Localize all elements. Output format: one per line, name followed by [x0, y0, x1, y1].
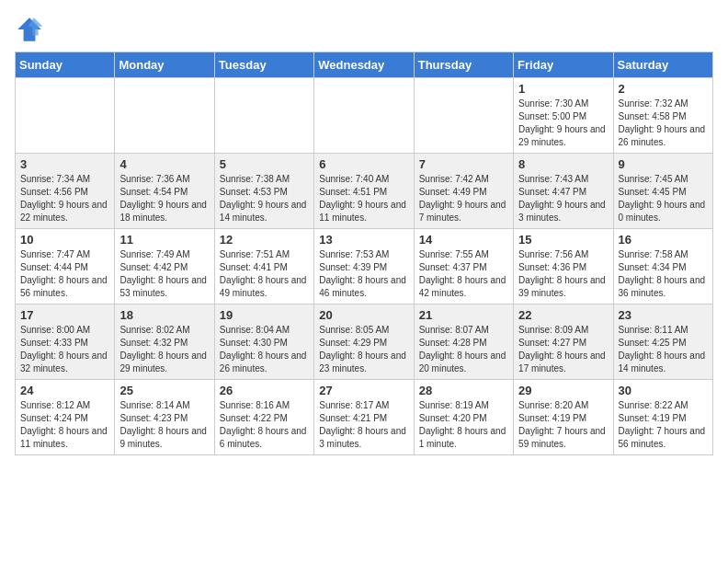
- calendar-day-header: Monday: [115, 52, 214, 78]
- day-info: Sunrise: 8:19 AM Sunset: 4:20 PM Dayligh…: [419, 399, 508, 451]
- day-info: Sunrise: 7:51 AM Sunset: 4:41 PM Dayligh…: [220, 248, 309, 300]
- calendar-day-cell: 28Sunrise: 8:19 AM Sunset: 4:20 PM Dayli…: [414, 380, 513, 455]
- calendar-day-cell: 3Sunrise: 7:34 AM Sunset: 4:56 PM Daylig…: [16, 154, 115, 229]
- day-number: 16: [619, 233, 708, 247]
- day-number: 26: [220, 384, 309, 397]
- day-info: Sunrise: 7:40 AM Sunset: 4:51 PM Dayligh…: [319, 173, 408, 224]
- calendar-day-cell: 8Sunrise: 7:43 AM Sunset: 4:47 PM Daylig…: [514, 154, 613, 229]
- calendar-day-cell: 25Sunrise: 8:14 AM Sunset: 4:23 PM Dayli…: [115, 380, 214, 455]
- day-info: Sunrise: 8:14 AM Sunset: 4:23 PM Dayligh…: [119, 399, 209, 451]
- calendar-day-header: Saturday: [613, 52, 712, 78]
- day-number: 2: [619, 82, 708, 96]
- calendar-day-cell: 22Sunrise: 8:09 AM Sunset: 4:27 PM Dayli…: [514, 304, 613, 380]
- day-number: 4: [119, 157, 209, 171]
- day-number: 23: [619, 308, 708, 322]
- day-info: Sunrise: 7:32 AM Sunset: 4:58 PM Dayligh…: [619, 98, 708, 149]
- calendar-day-cell: 30Sunrise: 8:22 AM Sunset: 4:19 PM Dayli…: [613, 380, 712, 455]
- day-info: Sunrise: 7:38 AM Sunset: 4:53 PM Dayligh…: [220, 173, 309, 224]
- page-header: [15, 15, 713, 44]
- calendar-day-cell: [214, 78, 313, 154]
- calendar-day-cell: 19Sunrise: 8:04 AM Sunset: 4:30 PM Dayli…: [214, 304, 313, 380]
- logo-icon: [15, 15, 44, 44]
- calendar-day-cell: 9Sunrise: 7:45 AM Sunset: 4:45 PM Daylig…: [613, 154, 712, 229]
- day-number: 3: [20, 157, 109, 171]
- day-number: 18: [119, 308, 209, 322]
- day-number: 29: [518, 384, 608, 397]
- day-number: 10: [20, 233, 109, 247]
- calendar-day-cell: 26Sunrise: 8:16 AM Sunset: 4:22 PM Dayli…: [214, 380, 313, 455]
- calendar-day-cell: [115, 78, 214, 154]
- day-number: 17: [20, 308, 109, 322]
- calendar-day-cell: 2Sunrise: 7:32 AM Sunset: 4:58 PM Daylig…: [613, 78, 712, 154]
- calendar-day-cell: 5Sunrise: 7:38 AM Sunset: 4:53 PM Daylig…: [214, 154, 313, 229]
- day-info: Sunrise: 8:05 AM Sunset: 4:29 PM Dayligh…: [319, 324, 408, 375]
- day-number: 8: [518, 157, 608, 171]
- calendar-day-cell: 14Sunrise: 7:55 AM Sunset: 4:37 PM Dayli…: [414, 229, 513, 304]
- calendar-day-cell: 17Sunrise: 8:00 AM Sunset: 4:33 PM Dayli…: [16, 304, 115, 380]
- day-number: 28: [419, 384, 508, 397]
- day-number: 12: [220, 233, 309, 247]
- day-info: Sunrise: 7:56 AM Sunset: 4:36 PM Dayligh…: [518, 248, 608, 300]
- day-info: Sunrise: 8:07 AM Sunset: 4:28 PM Dayligh…: [419, 324, 508, 375]
- calendar-day-cell: 27Sunrise: 8:17 AM Sunset: 4:21 PM Dayli…: [314, 380, 414, 455]
- day-info: Sunrise: 7:43 AM Sunset: 4:47 PM Dayligh…: [518, 173, 608, 224]
- day-info: Sunrise: 8:16 AM Sunset: 4:22 PM Dayligh…: [220, 399, 309, 451]
- day-number: 15: [518, 233, 608, 247]
- day-info: Sunrise: 7:58 AM Sunset: 4:34 PM Dayligh…: [619, 248, 708, 300]
- day-info: Sunrise: 8:20 AM Sunset: 4:19 PM Dayligh…: [518, 399, 608, 451]
- day-number: 27: [319, 384, 408, 397]
- calendar-week-row: 24Sunrise: 8:12 AM Sunset: 4:24 PM Dayli…: [16, 380, 713, 455]
- calendar-day-cell: [414, 78, 513, 154]
- calendar-day-header: Friday: [514, 52, 613, 78]
- day-number: 7: [419, 157, 508, 171]
- day-info: Sunrise: 7:49 AM Sunset: 4:42 PM Dayligh…: [119, 248, 209, 300]
- day-info: Sunrise: 7:55 AM Sunset: 4:37 PM Dayligh…: [419, 248, 508, 300]
- calendar-week-row: 17Sunrise: 8:00 AM Sunset: 4:33 PM Dayli…: [16, 304, 713, 380]
- calendar-day-cell: 16Sunrise: 7:58 AM Sunset: 4:34 PM Dayli…: [613, 229, 712, 304]
- calendar-day-cell: 21Sunrise: 8:07 AM Sunset: 4:28 PM Dayli…: [414, 304, 513, 380]
- calendar-day-cell: 15Sunrise: 7:56 AM Sunset: 4:36 PM Dayli…: [514, 229, 613, 304]
- calendar-day-cell: 10Sunrise: 7:47 AM Sunset: 4:44 PM Dayli…: [16, 229, 115, 304]
- calendar-day-cell: [16, 78, 115, 154]
- calendar-week-row: 1Sunrise: 7:30 AM Sunset: 5:00 PM Daylig…: [16, 78, 713, 154]
- calendar-day-cell: 18Sunrise: 8:02 AM Sunset: 4:32 PM Dayli…: [115, 304, 214, 380]
- day-number: 20: [319, 308, 408, 322]
- day-number: 13: [319, 233, 408, 247]
- calendar-header-row: SundayMondayTuesdayWednesdayThursdayFrid…: [16, 52, 713, 78]
- day-info: Sunrise: 8:22 AM Sunset: 4:19 PM Dayligh…: [619, 399, 708, 451]
- calendar-day-cell: 29Sunrise: 8:20 AM Sunset: 4:19 PM Dayli…: [514, 380, 613, 455]
- calendar-day-header: Tuesday: [214, 52, 313, 78]
- day-info: Sunrise: 7:36 AM Sunset: 4:54 PM Dayligh…: [119, 173, 209, 224]
- logo: [15, 15, 48, 44]
- day-info: Sunrise: 8:02 AM Sunset: 4:32 PM Dayligh…: [119, 324, 209, 375]
- calendar-day-cell: 6Sunrise: 7:40 AM Sunset: 4:51 PM Daylig…: [314, 154, 414, 229]
- calendar-day-cell: [314, 78, 414, 154]
- day-info: Sunrise: 7:42 AM Sunset: 4:49 PM Dayligh…: [419, 173, 508, 224]
- calendar-day-header: Thursday: [414, 52, 513, 78]
- calendar-day-cell: 1Sunrise: 7:30 AM Sunset: 5:00 PM Daylig…: [514, 78, 613, 154]
- calendar-day-cell: 12Sunrise: 7:51 AM Sunset: 4:41 PM Dayli…: [214, 229, 313, 304]
- day-number: 30: [619, 384, 708, 397]
- day-number: 19: [220, 308, 309, 322]
- calendar-day-cell: 11Sunrise: 7:49 AM Sunset: 4:42 PM Dayli…: [115, 229, 214, 304]
- calendar-day-cell: 24Sunrise: 8:12 AM Sunset: 4:24 PM Dayli…: [16, 380, 115, 455]
- day-info: Sunrise: 7:34 AM Sunset: 4:56 PM Dayligh…: [20, 173, 109, 224]
- day-number: 1: [518, 82, 608, 96]
- day-number: 11: [119, 233, 209, 247]
- day-info: Sunrise: 8:09 AM Sunset: 4:27 PM Dayligh…: [518, 324, 608, 375]
- day-number: 22: [518, 308, 608, 322]
- day-number: 14: [419, 233, 508, 247]
- calendar-table: SundayMondayTuesdayWednesdayThursdayFrid…: [15, 52, 713, 455]
- day-info: Sunrise: 7:53 AM Sunset: 4:39 PM Dayligh…: [319, 248, 408, 300]
- day-info: Sunrise: 8:12 AM Sunset: 4:24 PM Dayligh…: [20, 399, 109, 451]
- day-number: 6: [319, 157, 408, 171]
- day-info: Sunrise: 7:47 AM Sunset: 4:44 PM Dayligh…: [20, 248, 109, 300]
- day-number: 24: [20, 384, 109, 397]
- day-info: Sunrise: 8:00 AM Sunset: 4:33 PM Dayligh…: [20, 324, 109, 375]
- day-number: 25: [119, 384, 209, 397]
- day-info: Sunrise: 7:30 AM Sunset: 5:00 PM Dayligh…: [518, 98, 608, 149]
- calendar-day-cell: 23Sunrise: 8:11 AM Sunset: 4:25 PM Dayli…: [613, 304, 712, 380]
- day-info: Sunrise: 8:04 AM Sunset: 4:30 PM Dayligh…: [220, 324, 309, 375]
- day-number: 9: [619, 157, 708, 171]
- calendar-day-cell: 4Sunrise: 7:36 AM Sunset: 4:54 PM Daylig…: [115, 154, 214, 229]
